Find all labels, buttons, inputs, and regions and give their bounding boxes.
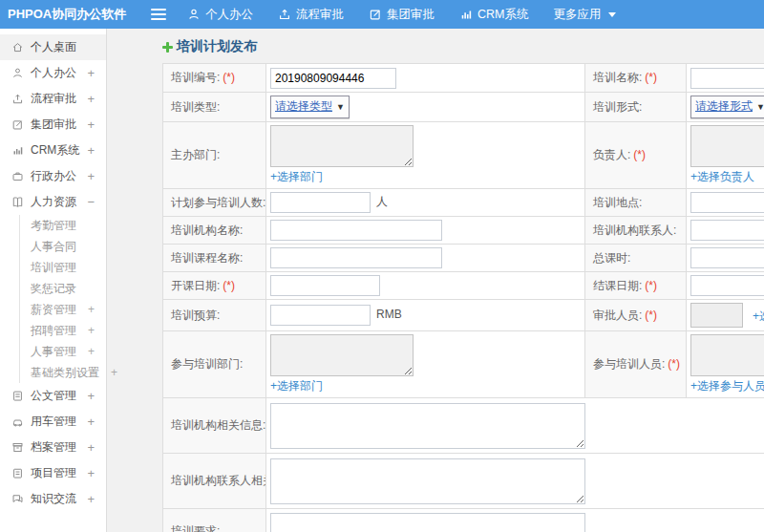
sidebar-item-vehicle[interactable]: 用车管理 + bbox=[0, 409, 106, 435]
user-icon bbox=[187, 8, 201, 21]
field-label: 主办部门: bbox=[163, 122, 266, 189]
expand-toggle[interactable]: + bbox=[87, 409, 95, 435]
field-label: 总课时: bbox=[585, 245, 687, 272]
book-icon bbox=[11, 196, 24, 208]
expand-toggle[interactable]: + bbox=[87, 86, 95, 112]
main-content: 培训计划发布 培训编号:(*) 培训名称:(*) 培训类型: 请选择类型▼ 培训… bbox=[107, 29, 764, 532]
doc-icon bbox=[11, 390, 24, 402]
training-form-select[interactable]: 请选择形式▼ bbox=[690, 96, 764, 118]
sidebar-subitem-attendance[interactable]: 考勤管理 bbox=[20, 215, 106, 236]
top-navigation: 个人办公 流程审批 集团审批 CRM系统 更多应用 bbox=[187, 7, 616, 23]
sidebar-item-document[interactable]: 公文管理 + bbox=[0, 383, 106, 409]
field-label: 培训要求: bbox=[163, 509, 266, 532]
menu-icon[interactable] bbox=[151, 6, 166, 23]
collapse-toggle[interactable]: − bbox=[87, 189, 95, 215]
caret-down-icon bbox=[608, 12, 616, 17]
sidebar: 个人桌面 个人办公 + 流程审批 + 集团审批 + CRM系统 + 行政办公 + bbox=[0, 29, 107, 532]
field-label: 培训机构相关信息: bbox=[163, 398, 266, 454]
sidebar-item-crm[interactable]: CRM系统 + bbox=[0, 138, 106, 163]
org-contact-input[interactable] bbox=[690, 220, 764, 241]
sidebar-subitem-rewards[interactable]: 奖惩记录 bbox=[20, 278, 106, 299]
field-label: 结课日期:(*) bbox=[585, 272, 687, 300]
join-people-textarea[interactable] bbox=[690, 334, 764, 376]
nav-more-apps[interactable]: 更多应用 bbox=[553, 7, 616, 23]
nav-crm[interactable]: CRM系统 bbox=[459, 7, 528, 23]
hr-submenu: 考勤管理 人事合同 培训管理 奖惩记录 薪资管理+ 招聘管理+ 人事管理+ 基础… bbox=[19, 215, 106, 383]
sidebar-item-group-approval[interactable]: 集团审批 + bbox=[0, 112, 106, 138]
plus-icon bbox=[162, 42, 173, 53]
nav-workflow-approval[interactable]: 流程审批 bbox=[278, 7, 344, 23]
edit-icon bbox=[11, 118, 24, 131]
field-label: 培训机构联系人相关信息: bbox=[163, 454, 266, 509]
field-label: 培训地点: bbox=[585, 189, 687, 217]
approver-input[interactable] bbox=[690, 303, 743, 328]
expand-toggle[interactable]: + bbox=[88, 345, 95, 358]
sidebar-item-personal-desktop[interactable]: 个人桌面 bbox=[0, 34, 106, 60]
select-approver-link[interactable]: +选择审批人员 bbox=[753, 309, 764, 325]
field-label: 培训类型: bbox=[163, 93, 266, 122]
sidebar-subitem-salary[interactable]: 薪资管理+ bbox=[20, 299, 106, 320]
sidebar-subitem-hr-contract[interactable]: 人事合同 bbox=[20, 236, 106, 257]
page-title: 培训计划发布 bbox=[162, 36, 764, 57]
field-label: 培训预算: bbox=[163, 300, 266, 331]
field-label: 开课日期:(*) bbox=[163, 272, 266, 300]
select-dept-link[interactable]: +选择部门 bbox=[270, 169, 323, 185]
sidebar-item-archive[interactable]: 档案管理 + bbox=[0, 435, 106, 460]
sidebar-subitem-base-category[interactable]: 基础类别设置+ bbox=[20, 362, 106, 383]
expand-toggle[interactable]: + bbox=[87, 460, 95, 486]
sidebar-item-knowledge[interactable]: 知识交流 + bbox=[0, 486, 106, 512]
select-join-dept-link[interactable]: +选择部门 bbox=[270, 378, 323, 394]
nav-personal-office[interactable]: 个人办公 bbox=[187, 7, 253, 23]
home-icon bbox=[11, 41, 24, 53]
expand-toggle[interactable]: + bbox=[87, 383, 95, 409]
sidebar-item-personal-office[interactable]: 个人办公 + bbox=[0, 60, 106, 86]
briefcase-icon bbox=[11, 170, 24, 182]
course-name-input[interactable] bbox=[270, 247, 442, 268]
car-icon bbox=[11, 415, 24, 428]
join-depts-textarea[interactable] bbox=[270, 334, 414, 376]
upload-icon bbox=[278, 8, 291, 21]
total-hours-input[interactable] bbox=[690, 247, 764, 268]
sidebar-subitem-training[interactable]: 培训管理 bbox=[20, 257, 106, 278]
start-date-input[interactable] bbox=[270, 275, 380, 296]
budget-input[interactable] bbox=[270, 305, 371, 326]
select-join-people-link[interactable]: +选择参与人员 bbox=[690, 378, 764, 394]
training-no-input[interactable] bbox=[270, 68, 396, 89]
field-label: 培训机构联系人: bbox=[585, 217, 687, 245]
expand-toggle[interactable]: + bbox=[88, 303, 95, 316]
end-date-input[interactable] bbox=[690, 275, 764, 296]
field-label: 负责人:(*) bbox=[585, 122, 687, 189]
expand-toggle[interactable]: + bbox=[87, 435, 95, 460]
expand-toggle[interactable]: + bbox=[87, 138, 95, 163]
field-label: 培训编号:(*) bbox=[163, 64, 266, 93]
sidebar-subitem-personnel[interactable]: 人事管理+ bbox=[20, 341, 106, 362]
upload-icon bbox=[11, 93, 24, 105]
leader-textarea[interactable] bbox=[690, 125, 764, 167]
user-icon bbox=[11, 67, 24, 79]
sidebar-item-hr[interactable]: 人力资源 − bbox=[0, 189, 106, 215]
sidebar-subitem-recruit[interactable]: 招聘管理+ bbox=[20, 320, 106, 341]
clipboard-icon bbox=[11, 467, 24, 479]
requirements-textarea[interactable] bbox=[270, 513, 585, 532]
sidebar-item-admin-office[interactable]: 行政办公 + bbox=[0, 163, 106, 189]
app-logo: PHPOA协同办公软件 bbox=[0, 6, 107, 23]
expand-toggle[interactable]: + bbox=[88, 324, 95, 337]
sidebar-item-workflow-approval[interactable]: 流程审批 + bbox=[0, 86, 106, 112]
select-leader-link[interactable]: +选择负责人 bbox=[690, 169, 754, 185]
chart-icon bbox=[11, 144, 24, 157]
org-name-input[interactable] bbox=[270, 220, 442, 241]
expand-toggle[interactable]: + bbox=[87, 486, 95, 512]
expand-toggle[interactable]: + bbox=[87, 163, 95, 189]
org-contact-info-textarea[interactable] bbox=[270, 458, 585, 504]
host-dept-textarea[interactable] bbox=[270, 125, 414, 167]
location-input[interactable] bbox=[690, 192, 764, 213]
training-name-input[interactable] bbox=[690, 68, 764, 89]
expand-toggle[interactable]: + bbox=[87, 112, 95, 138]
sidebar-item-project[interactable]: 项目管理 + bbox=[0, 460, 106, 486]
training-type-select[interactable]: 请选择类型▼ bbox=[270, 96, 350, 118]
expand-toggle[interactable]: + bbox=[87, 60, 95, 86]
planned-count-input[interactable] bbox=[270, 192, 371, 213]
org-info-textarea[interactable] bbox=[270, 403, 585, 449]
field-label: 培训机构名称: bbox=[163, 217, 266, 245]
nav-group-approval[interactable]: 集团审批 bbox=[369, 7, 435, 23]
